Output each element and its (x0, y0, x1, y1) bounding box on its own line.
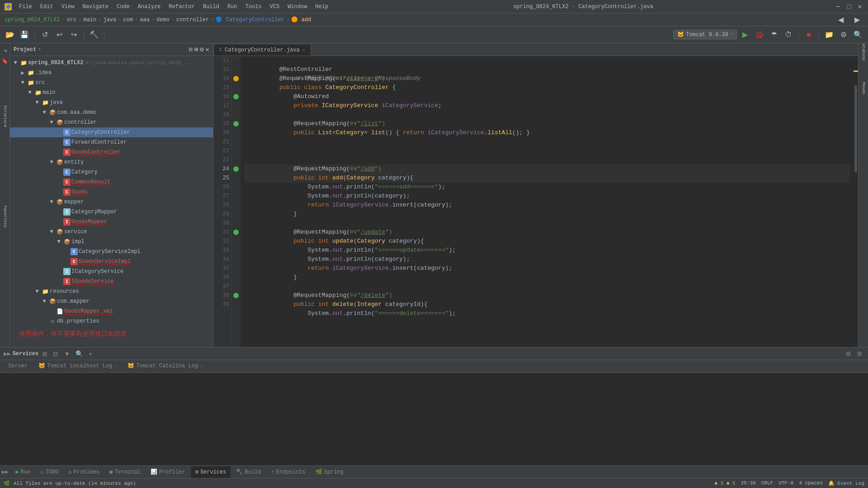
tree-entity[interactable]: ▼ 📦 entity (10, 157, 213, 167)
line-ending[interactable]: CRLF (761, 480, 773, 486)
maximize-button[interactable]: □ (845, 3, 853, 10)
project-structure-button[interactable]: 📁 (823, 28, 835, 41)
bc-project[interactable]: spring_0824_KTLX2 (5, 17, 60, 23)
gutter-icon-24[interactable] (233, 166, 239, 172)
bc-demo[interactable]: demo (156, 17, 170, 23)
profile-button[interactable]: ⏱ (782, 28, 795, 41)
tree-category-controller[interactable]: C CategoryController (10, 127, 213, 137)
services-collapse-button[interactable]: ⊟ (51, 349, 60, 358)
bc-com[interactable]: com (123, 17, 133, 23)
project-sidebar-icon[interactable]: P (1, 47, 9, 55)
bc-main[interactable]: main (83, 17, 96, 23)
services-settings-button[interactable]: ⚙ (844, 349, 853, 358)
tree-com-mapper[interactable]: ▼ 📦 com.mapper (10, 296, 213, 306)
gutter-38[interactable] (231, 291, 241, 300)
gutter-icon-19[interactable] (233, 121, 239, 127)
menu-run[interactable]: Run (224, 3, 241, 11)
run-button[interactable]: ▶ (739, 28, 751, 41)
services-search-button[interactable]: 🔍 (74, 349, 85, 358)
footer-tab-build[interactable]: 🔨 Build (231, 466, 265, 478)
tree-src[interactable]: ▼ 📁 src (10, 78, 213, 88)
charset[interactable]: UTF-8 (778, 480, 793, 486)
menu-build[interactable]: Build (199, 3, 223, 11)
database-sidebar-icon[interactable]: Database (859, 47, 868, 55)
minimize-button[interactable]: ─ (835, 3, 842, 10)
tree-main[interactable]: ▼ 📁 main (10, 88, 213, 98)
tree-category[interactable]: C Category (10, 167, 213, 177)
footer-tab-services[interactable]: ⚙ Services (191, 466, 231, 478)
footer-tab-endpoints[interactable]: ⚡ Endpoints (267, 466, 310, 478)
tree-forward-controller[interactable]: C ForwardController (10, 137, 213, 147)
bottom-tab-tomcat-localhost[interactable]: 🐱 Tomcat Localhost Log ✕ (34, 361, 121, 372)
tree-java[interactable]: ▼ 📁 java (10, 98, 213, 108)
tree-goods-mapper-xml[interactable]: 📄 GoodsMapper.xml (10, 306, 213, 316)
menu-help[interactable]: Help (311, 3, 332, 11)
debug-button[interactable]: 🐞 (753, 28, 766, 41)
gutter-icon-38[interactable] (233, 293, 239, 298)
indent[interactable]: 4 spaces (799, 480, 823, 486)
tree-igoods-service[interactable]: I IGoodsService (10, 277, 213, 286)
bc-class[interactable]: 🔵 CategoryController (216, 16, 284, 23)
menu-analyze[interactable]: Analyze (134, 3, 164, 11)
tree-idea[interactable]: ▶ 📁 .idea (10, 68, 213, 78)
tree-goods-service-impl[interactable]: C GoodsServiceImpl (10, 257, 213, 267)
code-content[interactable]: @RestController // 等份于 @Controller + @Re… (241, 56, 854, 347)
gutter-icon-16[interactable] (233, 94, 239, 99)
tree-category-mapper[interactable]: I CategoryMapper (10, 207, 213, 217)
tomcat-localhost-close-button[interactable]: ✕ (114, 363, 117, 369)
bottom-tab-server[interactable]: Server (4, 361, 32, 372)
tree-cat-service-impl[interactable]: C CategoryServiceImpl (10, 247, 213, 257)
services-expand-icon[interactable]: ▶▶ (4, 350, 11, 357)
cursor-position[interactable]: 25:39 (741, 480, 756, 486)
stop-button[interactable]: ■ (802, 28, 815, 41)
menu-bar[interactable]: File Edit View Navigate Code Analyze Ref… (15, 3, 332, 11)
expand-all-button[interactable]: ⊞ (194, 46, 198, 53)
tree-goods[interactable]: C Goods (10, 187, 213, 197)
tree-goods-controller[interactable]: C GoodsController (10, 147, 213, 157)
event-log-button[interactable]: 🔔 Event Log (828, 480, 864, 486)
menu-code[interactable]: Code (113, 3, 133, 11)
bc-aaa[interactable]: aaa (140, 17, 150, 23)
tree-icat-service[interactable]: I ICategoryService (10, 267, 213, 277)
window-controls[interactable]: ─ □ ✕ (835, 3, 863, 10)
tree-com-aaa-demo[interactable]: ▼ 📦 com.aaa.demo (10, 108, 213, 117)
tree-goods-mapper[interactable]: I GoodsMapper (10, 217, 213, 227)
services-gear-button[interactable]: ⚙ (855, 349, 864, 358)
bc-java[interactable]: java (103, 17, 116, 23)
gutter-24[interactable] (231, 164, 241, 174)
favorites-sidebar-icon[interactable]: Favorites (1, 212, 9, 221)
footer-tab-run[interactable]: ▶ Run (11, 466, 35, 478)
menu-window[interactable]: Window (284, 3, 311, 11)
bookmarks-sidebar-icon[interactable]: 🔖 (1, 57, 9, 65)
build-button[interactable]: 🔨 (88, 28, 100, 41)
tree-common-result[interactable]: C CommonResult (10, 177, 213, 187)
run-config-selector[interactable]: 🐱 Tomcat 9.0.38 ▼ (673, 30, 737, 39)
tomcat-catalina-close-button[interactable]: ✕ (200, 363, 203, 369)
search-everywhere-button[interactable]: 🔍 (852, 28, 864, 41)
gutter-icon-31[interactable] (233, 230, 239, 235)
menu-file[interactable]: File (15, 3, 36, 11)
gutter-31[interactable] (231, 228, 241, 237)
sync-button[interactable]: ↺ (38, 28, 51, 41)
bottom-tab-tomcat-catalina[interactable]: 🐱 Tomcat Catalina Log ✕ (123, 361, 207, 372)
project-panel-dropdown-icon[interactable]: ▼ (38, 47, 41, 52)
gutter-14[interactable] (231, 74, 241, 83)
tree-impl[interactable]: ▼ 📦 impl (10, 237, 213, 247)
close-button[interactable]: ✕ (856, 3, 863, 10)
tree-service[interactable]: ▼ 📦 service (10, 227, 213, 237)
close-panel-button[interactable]: ✕ (206, 46, 209, 53)
tree-mapper[interactable]: ▼ 📦 mapper (10, 197, 213, 207)
menu-refactor[interactable]: Refactor (165, 3, 198, 11)
structure-sidebar-icon[interactable]: Structure (1, 112, 9, 120)
services-group-button[interactable]: ⊞ (40, 349, 49, 358)
warning-count[interactable]: ▲ 1 ▲ 1 (715, 480, 736, 486)
editor-tab-category-controller[interactable]: C CategoryController.java ✕ (213, 44, 311, 56)
tab-close-button[interactable]: ✕ (302, 47, 305, 53)
menu-navigate[interactable]: Navigate (79, 3, 112, 11)
navigate-forward-button[interactable]: ▶ (851, 14, 863, 26)
services-filter-button[interactable]: ▼ (62, 349, 72, 358)
editor-scrollbar[interactable] (854, 56, 858, 347)
settings-button[interactable]: ⚙ (837, 28, 850, 41)
collapse-all-button[interactable]: ⊟ (189, 46, 192, 53)
settings-gear-icon[interactable]: ⚙ (200, 46, 203, 53)
